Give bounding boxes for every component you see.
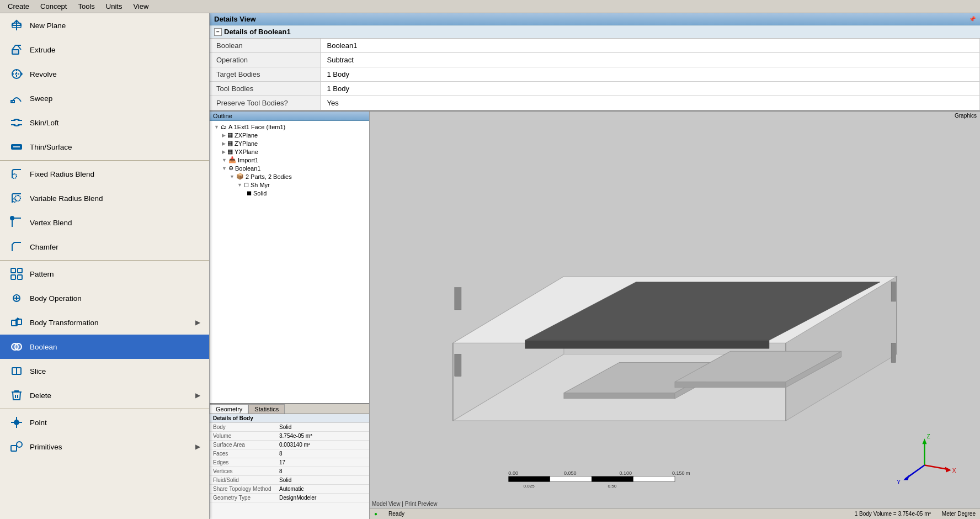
- body-trans-icon: [9, 315, 24, 330]
- menu-item-slice[interactable]: Slice: [0, 359, 209, 383]
- menu-item-skin-loft[interactable]: Skin/Loft: [0, 110, 209, 135]
- tree-node-label: Boolean1: [235, 165, 261, 172]
- menu-item-chamfer[interactable]: Chamfer: [0, 235, 209, 259]
- menu-item-label-pattern: Pattern: [30, 270, 54, 278]
- prop-value-6: Solid: [276, 476, 369, 485]
- tree-node-icon: ▦: [227, 140, 233, 147]
- menu-create[interactable]: Create: [2, 1, 35, 12]
- menu-item-thin-surface[interactable]: Thin/Surface: [0, 135, 209, 159]
- menu-item-new-plane[interactable]: New Plane: [0, 13, 209, 38]
- viewport-area: Outline ▼ 🗂 A 1Ext1 Face (Item1) ▶ ▦ ZXP…: [210, 112, 980, 519]
- menu-item-pattern[interactable]: Pattern: [0, 262, 209, 286]
- thin-icon: [9, 139, 24, 155]
- svg-marker-38: [564, 393, 675, 399]
- tree-item[interactable]: ▼ 🗂 A 1Ext1 Face (Item1): [212, 123, 367, 131]
- menu-item-label-boolean: Boolean: [30, 343, 57, 351]
- svg-text:0.100: 0.100: [619, 470, 632, 476]
- prop-value-0: Solid: [276, 423, 369, 432]
- details-collapse-btn[interactable]: −: [214, 28, 222, 36]
- menu-item-delete[interactable]: Delete ▶: [0, 383, 209, 407]
- menu-item-point[interactable]: Point: [0, 410, 209, 435]
- details-value-0: Boolean1: [320, 39, 980, 53]
- tree-item[interactable]: ▼ 📦 2 Parts, 2 Bodies: [212, 172, 367, 181]
- slice-icon: [9, 363, 24, 379]
- plane-icon: [9, 18, 24, 33]
- prop-label-1: Volume: [210, 432, 276, 441]
- tree-node-icon: ◼: [247, 189, 252, 197]
- tree-item[interactable]: ▶ ▦ YXPlane: [212, 147, 367, 156]
- tree-item[interactable]: ▼ 📥 Import1: [212, 156, 367, 164]
- details-label-2: Target Bodies: [210, 67, 320, 82]
- menu-item-extrude[interactable]: Extrude: [0, 38, 209, 62]
- prop-value-8: DesignModeler: [276, 494, 369, 502]
- menu-tools[interactable]: Tools: [72, 1, 100, 12]
- menu-item-label-variable-radius: Variable Radius Blend: [30, 194, 103, 203]
- menu-item-label-thin-surface: Thin/Surface: [30, 143, 72, 151]
- tree-header: Outline: [210, 112, 369, 121]
- pattern-icon: [9, 266, 24, 282]
- menu-item-body-operation[interactable]: Body Operation: [0, 286, 209, 310]
- prop-label-4: Edges: [210, 458, 276, 467]
- tree-content: ▼ 🗂 A 1Ext1 Face (Item1) ▶ ▦ ZXPlane ▶ ▦…: [210, 121, 369, 199]
- menu-item-label-delete: Delete: [30, 391, 51, 400]
- menu-item-primitives[interactable]: Primitives ▶: [0, 435, 209, 459]
- tree-item[interactable]: ▶ ▦ ZXPlane: [212, 131, 367, 139]
- tree-item[interactable]: ▼ ⊕ Boolean1: [212, 164, 367, 172]
- svg-point-6: [12, 174, 17, 178]
- tree-node-label: YXPlane: [235, 149, 258, 155]
- details-value-1: Subtract: [320, 53, 980, 67]
- details-table-row: Preserve Tool Bodies? Yes: [210, 96, 980, 110]
- point-icon: [9, 415, 24, 430]
- svg-point-9: [10, 216, 14, 220]
- menu-item-boolean[interactable]: Boolean: [0, 335, 209, 359]
- details-table-row: Tool Bodies 1 Body: [210, 82, 980, 96]
- details-table-row: Target Bodies 1 Body: [210, 67, 980, 82]
- svg-marker-41: [675, 382, 786, 388]
- details-section-header: − Details of Boolean1: [210, 25, 980, 39]
- menu-concept[interactable]: Concept: [35, 1, 72, 12]
- tree-tab-outline[interactable]: Outline: [213, 113, 232, 119]
- tree-expand-icon: ▶: [222, 149, 226, 155]
- divider-after-delete: [0, 409, 209, 409]
- prop-label-0: Body: [210, 423, 276, 432]
- menu-item-vertex-blend[interactable]: Vertex Blend: [0, 210, 209, 235]
- prop-section-title: Details of Body: [210, 414, 369, 423]
- menu-item-revolve[interactable]: Revolve: [0, 62, 209, 86]
- details-view-pin[interactable]: 📌: [969, 16, 976, 22]
- tree-item[interactable]: ◼ Solid: [212, 189, 367, 197]
- menu-view[interactable]: View: [127, 1, 154, 12]
- menu-item-body-transformation[interactable]: Body Transformation ▶: [0, 310, 209, 335]
- menu-item-variable-radius[interactable]: Variable Radius Blend: [0, 186, 209, 210]
- svg-rect-11: [18, 268, 22, 273]
- svg-text:0.50: 0.50: [608, 484, 617, 489]
- svg-marker-36: [525, 340, 769, 348]
- prop-table-row: Surface Area 0.003140 m²: [210, 441, 369, 449]
- menu-item-sweep[interactable]: Sweep: [0, 86, 209, 110]
- details-view-title-bar: Details View 📌: [210, 13, 980, 25]
- menu-item-fixed-radius[interactable]: Fixed Radius Blend: [0, 162, 209, 186]
- tree-node-label: 2 Parts, 2 Bodies: [246, 173, 292, 180]
- prop-value-7: Automatic: [276, 485, 369, 494]
- tree-item[interactable]: ▼ ◻ Sh Myr: [212, 181, 367, 189]
- prop-label-5: Vertices: [210, 467, 276, 476]
- menu-item-label-slice: Slice: [30, 367, 46, 375]
- prop-tab-geometry[interactable]: Geometry: [210, 404, 248, 414]
- prop-tab-statistics[interactable]: Statistics: [248, 404, 285, 414]
- menu-item-label-skin-loft: Skin/Loft: [30, 119, 59, 127]
- menu-item-label-primitives: Primitives: [30, 443, 62, 451]
- svg-point-21: [14, 420, 19, 425]
- details-label-3: Tool Bodies: [210, 82, 320, 96]
- tree-item[interactable]: ▶ ▦ ZYPlane: [212, 139, 367, 147]
- prop-table-row: Fluid/Solid Solid: [210, 476, 369, 485]
- prop-table: Body Solid Volume 3.754e-05 m³ Surface A…: [210, 423, 369, 502]
- tree-expand-icon: ▶: [222, 141, 226, 146]
- menu-units[interactable]: Units: [100, 1, 128, 12]
- tree-node-label: ZXPlane: [235, 132, 258, 139]
- tree-node-icon: ▦: [227, 148, 233, 155]
- boolean-icon: [9, 339, 24, 354]
- prop-value-2: 0.003140 m²: [276, 441, 369, 449]
- 3d-canvas[interactable]: Graphics: [370, 112, 980, 519]
- svg-text:0.150 m: 0.150 m: [672, 470, 690, 476]
- chamfer-icon: [9, 239, 24, 255]
- prop-label-3: Faces: [210, 449, 276, 458]
